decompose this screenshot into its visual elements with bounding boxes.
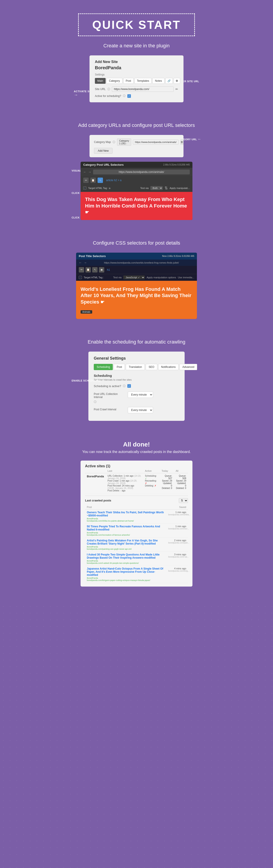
dark-cursor-icon[interactable]: ↖ [92,267,98,273]
all-saved: Saved: 29 [176,479,186,482]
copy-icon[interactable]: 📋 [90,178,96,183]
page-size-select[interactable]: 5 [179,498,188,503]
post-url-2: boredpanda.com/recreation-of-famous-artw… [87,534,165,536]
scheduling-active-row: Scheduling is active? ⓘ ✓ [94,384,179,388]
browser-stats: 2.66s 9.31ms 0.01356 445 [163,163,190,166]
cursor-icon[interactable]: ↖ [98,178,103,183]
edit-icon: ✏ [175,87,178,91]
all-done-title: All done! [9,441,264,448]
dark-pencil-icon[interactable]: ✏ [79,267,84,273]
site-url-label: Site URL [95,88,106,91]
crawl-interval-select[interactable]: Every minute [128,407,153,413]
crawl-interval-row: Post Crawl Interval Every minute [94,407,179,413]
active-sites-title: Active sites (1) [85,464,188,468]
all-deleted: Deleted: 0 [176,487,186,489]
tab-templates[interactable]: Templates [135,78,152,84]
url-interval-select[interactable]: Every minute [128,392,153,398]
all-done-desc: You can now track the automatically craw… [9,450,264,454]
last-post-crawl: Post Crawl: 1 min ago (14:29, January 24… [108,479,141,485]
tab-main[interactable]: Main [95,78,106,84]
post-row: Owners Teach Their Shiba Inu To Paint, S… [85,509,188,523]
dark-copy-icon[interactable]: 📋 [85,267,91,273]
divider [85,496,188,496]
scheduling-checkbox[interactable]: ✓ [127,94,131,98]
post-url-3: boredpanda.com/painting-van-gogh-never-a… [87,548,165,550]
pencil-icon[interactable]: ✏ [83,178,89,183]
scheduling-label: Active for scheduling? [95,94,121,98]
post-col-header: Post [85,505,166,509]
post-row: 50 Times People Tried To Recreate Famous… [85,523,188,537]
category-info-icon: ⓘ [113,140,115,144]
scheduling-active-checkbox[interactable]: ✓ [127,384,131,388]
post-link-3[interactable]: Artist's Painting Gets Mistaken For A Va… [87,539,165,545]
last-url-collection: URL Collection: 1 min ago (14:19, Januar… [108,475,141,479]
site-url-value[interactable]: https://www.boredpanda.com/ [112,87,174,92]
all-cell: Queue: 508 Saved: 29 Updated: 0 Deleted:… [174,473,188,493]
dark-url-row: ← → https://www.boredpanda.com/worlds-lo… [76,259,197,266]
last-crawled-header: Last crawled posts 5 [85,498,188,503]
col-active: Active [143,469,160,473]
crawl-interval-label: Post Crawl Interval [94,407,125,411]
tab-post[interactable]: Post [123,78,134,84]
dark-url-text[interactable]: https://www.boredpanda.com/worlds-loneli… [89,261,194,264]
tab-category[interactable]: Category [107,78,122,84]
tab-post[interactable]: Post [114,364,125,370]
section-category-urls: Add category URLs and configure post URL… [0,114,273,231]
dark-target-label: Target HTML Tag : [84,276,104,279]
url-collection-interval-row: Post URL CollectionInterval ⓘ Every minu… [94,392,179,404]
article-tag: Animals [81,310,92,314]
category-url-input[interactable]: https://www.boredpanda.com/animals/ [133,140,179,145]
tab-notes[interactable]: Notes [153,78,164,84]
post-link-1[interactable]: Owners Teach Their Shiba Inu To Paint, S… [87,511,165,517]
article-headline: This Dog Was Taken Away From Who Kept Hi… [85,196,188,216]
dark-select-icon[interactable]: ▣ [99,267,104,273]
target-html-checkbox[interactable]: ✓ [83,187,86,190]
active-deleting: Deleting: ✗ [145,485,158,487]
tab-scheduling[interactable]: Scheduling [94,364,113,370]
tab-translation[interactable]: Translation [126,364,145,370]
saved-time-4: 3 mins ago boredpanda.com/i-as... [166,552,188,565]
posts-table: Post Saved Owners Teach Their Shiba Inu … [85,505,188,583]
post-link-5[interactable]: Japanese Artist Hand-Cuts Octopus From A… [87,567,165,577]
saved-time-3: 2 mins ago boredpanda.com/pain... [166,537,188,552]
add-new-button[interactable]: Add New [94,148,113,154]
orange-headline: World's Loneliest Frog Has Found A Match… [81,286,192,305]
dark-test-via-label: Test via [113,276,121,279]
tab-notifications[interactable]: Notifications [158,364,179,370]
post-link-2[interactable]: 50 Times People Tried To Recreate Famous… [87,525,165,531]
test-via-select[interactable]: Both [151,186,163,190]
dark-target-checkbox[interactable]: ✓ [79,276,82,279]
section-quickstart: QUICK START Create a new site in the plu… [0,0,273,114]
url-bar[interactable]: https://www.boredpanda.com/animals/ [93,169,190,175]
active-scheduling: Scheduling: ✓ [145,475,158,479]
browser-content-area: This Dog Was Taken Away From Who Kept Hi… [81,192,192,220]
back-btn[interactable]: ← [83,170,86,174]
dark-back-btn[interactable]: ← [79,261,82,265]
dark-test-via-select[interactable]: JavaScript ✓ [123,275,145,279]
forward-btn[interactable]: → [88,170,91,174]
tab-seo[interactable]: SEO [146,364,157,370]
card-heading: Add New Site [95,60,178,64]
browser-navigation-bar: ← → https://www.boredpanda.com/animals/ [81,168,192,176]
category-selector-browser: Category Post URL Selectors 2.66s 9.31ms… [81,162,192,220]
url-interval-info: ⓘ [94,400,97,403]
dark-forward-btn[interactable]: → [84,261,87,265]
settings-label: Settings [95,73,178,76]
dashboard-card: Active sites (1) Last Active Today All B… [81,461,192,587]
last-cell: URL Collection: 1 min ago (14:19, Januar… [106,473,143,493]
url-interval-label: Post URL CollectionInterval [94,392,125,399]
section2-desc: Add category URLs and configure post URL… [9,122,264,128]
post-link-4[interactable]: I Asked 30 People Two Simple Questions A… [87,553,165,559]
section3-desc: Configure CSS selectors for post details [9,240,264,246]
orange-content-area: World's Loneliest Frog Has Found A Match… [76,281,197,319]
trash-button[interactable]: 🗑 [180,140,184,145]
settings-card-title: General Settings [94,356,179,361]
apply-label: Apply manipulati... [170,187,190,189]
section4-desc: Enable the scheduling for automatic craw… [9,339,264,345]
tab-advanced[interactable]: Advanced [180,364,197,370]
col-today: Today [160,469,174,473]
category-map-label: Category Map [94,141,111,144]
general-settings-card: General Settings Scheduling Post Transla… [88,351,185,421]
category-badge: Category 1 (35) : [117,138,131,146]
col-all: All [174,469,188,473]
